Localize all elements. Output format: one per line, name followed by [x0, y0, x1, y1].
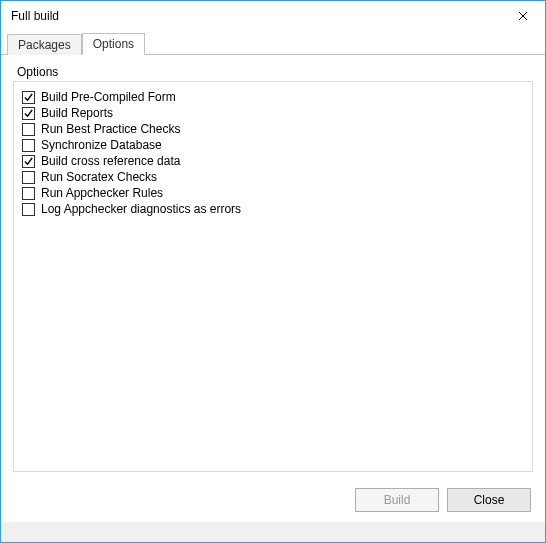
option-label: Run Appchecker Rules — [41, 186, 163, 200]
statusbar — [1, 522, 545, 542]
option-build-cross-reference-data[interactable]: Build cross reference data — [22, 154, 524, 168]
titlebar: Full build — [1, 1, 545, 31]
build-button[interactable]: Build — [355, 488, 439, 512]
option-label: Build Reports — [41, 106, 113, 120]
window-title: Full build — [11, 9, 59, 23]
option-log-appchecker-diagnostics[interactable]: Log Appchecker diagnostics as errors — [22, 202, 524, 216]
option-synchronize-database[interactable]: Synchronize Database — [22, 138, 524, 152]
checkbox[interactable] — [22, 139, 35, 152]
checkbox[interactable] — [22, 171, 35, 184]
checkbox[interactable] — [22, 107, 35, 120]
group-label: Options — [17, 65, 533, 79]
close-icon[interactable] — [501, 1, 545, 31]
tab-packages[interactable]: Packages — [7, 34, 82, 55]
option-label: Synchronize Database — [41, 138, 162, 152]
option-build-reports[interactable]: Build Reports — [22, 106, 524, 120]
option-build-precompiled-form[interactable]: Build Pre-Compiled Form — [22, 90, 524, 104]
checkbox[interactable] — [22, 203, 35, 216]
option-run-best-practice-checks[interactable]: Run Best Practice Checks — [22, 122, 524, 136]
checkbox[interactable] — [22, 155, 35, 168]
tab-bar: Packages Options — [1, 31, 545, 55]
option-label: Build Pre-Compiled Form — [41, 90, 176, 104]
tab-options[interactable]: Options — [82, 33, 145, 55]
checkbox[interactable] — [22, 91, 35, 104]
option-label: Run Socratex Checks — [41, 170, 157, 184]
checkbox[interactable] — [22, 123, 35, 136]
checkbox[interactable] — [22, 187, 35, 200]
option-run-socratex-checks[interactable]: Run Socratex Checks — [22, 170, 524, 184]
options-group: Build Pre-Compiled Form Build Reports Ru… — [13, 81, 533, 472]
content-area: Options Build Pre-Compiled Form Build Re… — [1, 55, 545, 478]
close-button[interactable]: Close — [447, 488, 531, 512]
footer: Build Close — [1, 478, 545, 522]
option-label: Log Appchecker diagnostics as errors — [41, 202, 241, 216]
option-run-appchecker-rules[interactable]: Run Appchecker Rules — [22, 186, 524, 200]
option-label: Run Best Practice Checks — [41, 122, 180, 136]
option-label: Build cross reference data — [41, 154, 180, 168]
